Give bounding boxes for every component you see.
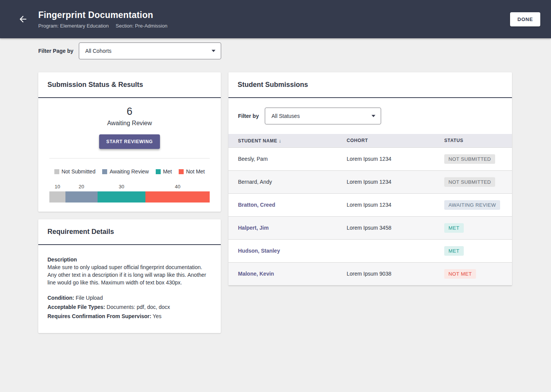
awaiting-review-count: 6 <box>38 106 221 118</box>
field-value: Yes <box>151 313 161 319</box>
chart-legend: Not SubmittedAwaiting ReviewMetNot Met <box>38 168 221 175</box>
field-label: Acceptable File Types: <box>47 304 105 310</box>
cohort-cell <box>347 239 444 262</box>
chevron-down-icon <box>372 115 375 117</box>
page-subtitle: Program: Elementary Education Section: P… <box>38 23 167 29</box>
student-name: Beesly, Pam <box>238 156 268 162</box>
bar-segment-not-submitted <box>49 191 65 203</box>
awaiting-review-label: Awaiting Review <box>38 120 221 127</box>
cohort-cell: Lorem Ipsum 1234 <box>347 170 444 193</box>
cohort-select-value: All Cohorts <box>85 48 111 54</box>
cohort-select[interactable]: All Cohorts <box>79 42 221 59</box>
student-name-cell: Halpert, Jim <box>228 216 347 239</box>
requirement-field: Acceptable File Types: Documents: pdf, d… <box>47 302 212 312</box>
legend-item: Not Submitted <box>54 168 96 175</box>
table-row: Bratton, CreedLorem Ipsum 1234AWAITING R… <box>228 193 512 216</box>
table-row: Bernard, AndyLorem Ipsum 1234NOT SUBMITT… <box>228 170 512 193</box>
status-badge: AWAITING REVIEW <box>444 200 500 210</box>
arrow-left-icon <box>18 14 28 24</box>
column-header-student-name[interactable]: STUDENT NAME↓ <box>228 134 347 147</box>
status-cell: MET <box>444 216 512 239</box>
left-column: Submission Status & Results 6 Awaiting R… <box>38 72 221 333</box>
header-titles: Fingerprint Documentation Program: Eleme… <box>38 10 167 29</box>
student-name-link[interactable]: Hudson, Stanley <box>238 248 280 254</box>
status-select-value: All Statuses <box>271 113 300 119</box>
status-chart: 10203040 <box>49 184 210 203</box>
column-header-cohort[interactable]: COHORT <box>347 134 444 147</box>
status-badge: NOT SUBMITTED <box>444 177 495 187</box>
legend-label: Met <box>163 168 172 175</box>
chart-value-label: 30 <box>98 184 146 189</box>
column-header-status[interactable]: STATUS <box>444 134 512 147</box>
main-content: Submission Status & Results 6 Awaiting R… <box>0 64 551 356</box>
student-name-link[interactable]: Malone, Kevin <box>238 271 274 277</box>
requirement-field: Requires Confirmation From Supervisor: Y… <box>47 312 212 321</box>
table-body: Beesly, PamLorem Ipsum 1234NOT SUBMITTED… <box>228 147 512 285</box>
submissions-table: STUDENT NAME↓COHORTSTATUS Beesly, PamLor… <box>228 134 512 286</box>
cohort-cell: Lorem Ipsum 9038 <box>347 262 444 285</box>
legend-item: Awaiting Review <box>102 168 148 175</box>
status-badge: NOT MET <box>444 269 476 279</box>
status-select[interactable]: All Statuses <box>265 108 381 124</box>
legend-item: Met <box>156 168 172 175</box>
student-submissions-card: Student Submissions Filter by All Status… <box>228 72 512 286</box>
requirement-field: Condition: File Upload <box>47 293 212 302</box>
filter-page-by-label: Filter Page by <box>38 48 73 54</box>
status-card-body: 6 Awaiting Review START REVIEWING Not Su… <box>38 98 221 212</box>
start-reviewing-button[interactable]: START REVIEWING <box>99 134 160 149</box>
student-name: Bernard, Andy <box>238 179 272 185</box>
legend-label: Awaiting Review <box>109 168 148 175</box>
column-label: COHORT <box>347 138 368 143</box>
right-column: Student Submissions Filter by All Status… <box>228 72 512 286</box>
filter-by-label: Filter by <box>238 113 259 119</box>
legend-swatch-icon <box>54 169 59 174</box>
student-name-link[interactable]: Halpert, Jim <box>238 225 269 231</box>
field-label: Requires Confirmation From Supervisor: <box>47 313 151 319</box>
legend-swatch-icon <box>102 169 107 174</box>
requirement-fields: Condition: File UploadAcceptable File Ty… <box>47 293 212 321</box>
field-value: Documents: pdf, doc, docx <box>105 304 170 310</box>
chart-value-label: 20 <box>65 184 98 189</box>
chart-value-label: 10 <box>49 184 65 189</box>
student-name-cell: Bratton, Creed <box>228 193 347 216</box>
legend-item: Not Met <box>179 168 205 175</box>
submission-status-card: Submission Status & Results 6 Awaiting R… <box>38 72 221 212</box>
legend-label: Not Submitted <box>62 168 96 175</box>
page-title: Fingerprint Documentation <box>38 10 167 20</box>
bar-segment-met <box>98 191 146 203</box>
requirement-card-body: Description Make sure to only upload sup… <box>38 245 221 333</box>
program-label: Program: Elementary Education <box>38 23 109 29</box>
student-name-cell: Bernard, Andy <box>228 170 347 193</box>
status-badge: MET <box>444 246 464 256</box>
column-label: STATUS <box>444 138 463 143</box>
table-row: Hudson, StanleyMET <box>228 239 512 262</box>
student-name-link[interactable]: Bratton, Creed <box>238 202 275 208</box>
student-name-cell: Beesly, Pam <box>228 147 347 170</box>
cohort-cell: Lorem Ipsum 3458 <box>347 216 444 239</box>
stacked-bar <box>49 191 210 203</box>
submissions-card-title: Student Submissions <box>228 72 512 98</box>
chart-value-labels: 10203040 <box>49 184 210 189</box>
cohort-cell: Lorem Ipsum 1234 <box>347 193 444 216</box>
status-cell: MET <box>444 239 512 262</box>
student-name-cell: Malone, Kevin <box>228 262 347 285</box>
app-header: Fingerprint Documentation Program: Eleme… <box>0 0 551 38</box>
table-row: Halpert, JimLorem Ipsum 3458MET <box>228 216 512 239</box>
cohort-cell: Lorem Ipsum 1234 <box>347 147 444 170</box>
field-label: Condition: <box>47 295 74 301</box>
table-header-row: STUDENT NAME↓COHORTSTATUS <box>228 134 512 147</box>
field-value: File Upload <box>74 295 103 301</box>
status-card-title: Submission Status & Results <box>38 72 221 98</box>
status-cell: AWAITING REVIEW <box>444 193 512 216</box>
chart-value-label: 40 <box>145 184 210 189</box>
bar-segment-not-met <box>145 191 210 203</box>
status-cell: NOT SUBMITTED <box>444 147 512 170</box>
description-text: Make sure to only upload super official … <box>47 263 212 286</box>
status-badge: MET <box>444 223 464 233</box>
back-button[interactable] <box>15 11 31 27</box>
chevron-down-icon <box>212 50 215 52</box>
description-label: Description <box>47 256 212 263</box>
divider <box>49 158 210 158</box>
status-cell: NOT MET <box>444 262 512 285</box>
done-button[interactable]: DONE <box>510 12 540 26</box>
